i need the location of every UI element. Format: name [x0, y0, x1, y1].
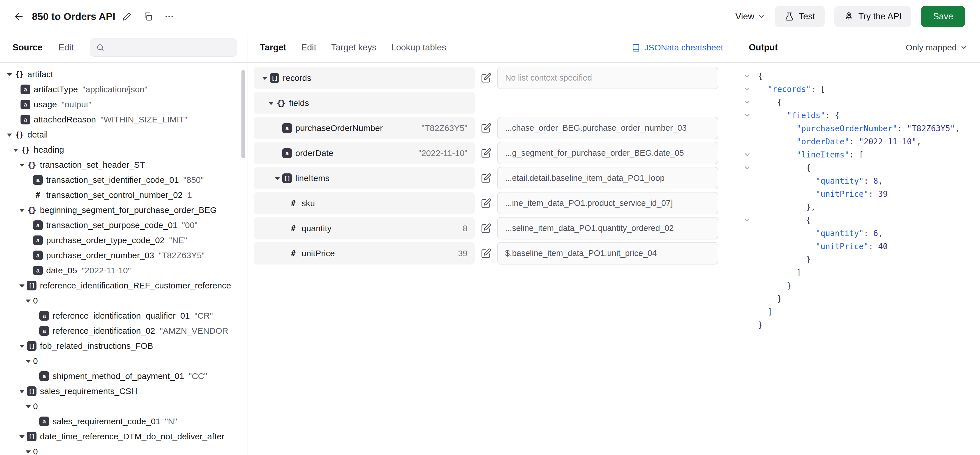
- chevron-down-icon[interactable]: [17, 434, 27, 439]
- json-collapse-toggle[interactable]: [743, 151, 758, 159]
- source-tree-row[interactable]: []fob_related_instructions_FOB: [5, 338, 247, 354]
- chevron-down-icon[interactable]: [17, 344, 27, 348]
- json-collapse-toggle[interactable]: [743, 216, 758, 224]
- edit-mapping-button[interactable]: [480, 122, 492, 134]
- edit-mapping-button[interactable]: [480, 198, 492, 209]
- tab-target-keys[interactable]: Target keys: [331, 43, 377, 53]
- json-code: {: [758, 71, 763, 81]
- back-button[interactable]: [13, 11, 24, 22]
- jsonata-expression-input[interactable]: ...ine_item_data_PO1.product_service_id_…: [497, 192, 718, 214]
- chevron-down-icon[interactable]: [11, 148, 21, 152]
- target-field-fields[interactable]: {}fields: [254, 92, 475, 114]
- json-line: {: [743, 161, 980, 174]
- source-tree-row[interactable]: apurchase_order_number_03"T82Z63Y5": [5, 248, 247, 263]
- tab-source[interactable]: Source: [13, 43, 43, 53]
- source-tree-row[interactable]: {}beginning_segment_for_purchase_order_B…: [5, 203, 247, 217]
- source-tree-row[interactable]: atransaction_set_identifier_code_01"850": [5, 172, 247, 187]
- chevron-down-icon[interactable]: [5, 133, 14, 137]
- chevron-down-icon[interactable]: [23, 299, 33, 303]
- json-code: "unitPrice": 40: [758, 242, 888, 251]
- source-tree-row[interactable]: 0: [5, 399, 247, 414]
- source-tree-row[interactable]: apurchase_order_type_code_02"NE": [5, 233, 247, 248]
- source-tree-row[interactable]: adate_05"2022-11-10": [5, 263, 247, 278]
- chevron-down-icon[interactable]: [260, 76, 270, 80]
- json-token: 6: [873, 228, 878, 238]
- target-field-records[interactable]: []records: [254, 67, 475, 89]
- json-collapse-toggle[interactable]: [743, 164, 758, 172]
- chevron-down-icon[interactable]: [266, 101, 276, 105]
- source-tree-row[interactable]: asales_requirement_code_01"N": [5, 414, 247, 429]
- target-field-purchaseOrderNumber[interactable]: apurchaseOrderNumber"T82Z63Y5": [254, 117, 475, 139]
- source-tree-row[interactable]: 0: [5, 444, 247, 455]
- source-tree-row[interactable]: ashipment_method_of_payment_01"CC": [5, 368, 247, 384]
- source-tree-row[interactable]: #transaction_set_control_number_021: [5, 187, 247, 203]
- edit-mapping-button[interactable]: [480, 72, 492, 84]
- chevron-down-icon[interactable]: [17, 163, 27, 167]
- edit-mapping-button[interactable]: [480, 147, 492, 159]
- source-tree-row[interactable]: atransaction_set_purpose_code_01"00": [5, 217, 247, 233]
- rename-button[interactable]: [122, 12, 132, 21]
- array-icon: []: [27, 341, 37, 351]
- source-tree-row[interactable]: {}artifact: [5, 67, 247, 82]
- source-tree-row[interactable]: 0: [5, 293, 247, 308]
- target-field-sku[interactable]: #sku: [254, 192, 475, 214]
- source-tree-row[interactable]: {}heading: [5, 142, 247, 157]
- source-scrollbar[interactable]: [242, 70, 245, 158]
- target-field-lineItems[interactable]: []lineItems: [254, 167, 475, 189]
- json-collapse-toggle[interactable]: [743, 111, 758, 119]
- copy-button[interactable]: [143, 12, 153, 21]
- target-field-unitPrice[interactable]: #unitPrice39: [254, 242, 475, 265]
- source-tree-row[interactable]: []date_time_reference_DTM_do_not_deliver…: [5, 429, 247, 444]
- chevron-down-icon[interactable]: [23, 404, 33, 408]
- target-field-quantity[interactable]: #quantity8: [254, 217, 475, 239]
- save-button[interactable]: Save: [921, 6, 965, 27]
- jsonata-expression-input[interactable]: ...etail.detail.baseline_item_data_PO1_l…: [497, 167, 718, 189]
- jsonata-expression-input[interactable]: ...seline_item_data_PO1.quantity_ordered…: [497, 217, 718, 239]
- json-collapse-toggle[interactable]: [743, 98, 758, 106]
- string-icon: a: [33, 175, 43, 185]
- source-tree-row[interactable]: ausage"output": [5, 97, 247, 112]
- source-tree-row[interactable]: {}transaction_set_header_ST: [5, 157, 247, 172]
- json-line: },: [743, 200, 980, 214]
- source-tree-row[interactable]: areference_identification_02"AMZN_VENDOR: [5, 323, 247, 338]
- edit-mapping-button[interactable]: [480, 248, 492, 259]
- chevron-down-icon[interactable]: [23, 450, 33, 453]
- jsonata-cheatsheet-link[interactable]: JSONata cheatsheet: [632, 43, 723, 52]
- source-tree-row[interactable]: aattachedReason"WITHIN_SIZE_LIMIT": [5, 112, 247, 127]
- chevron-down-icon[interactable]: [5, 72, 14, 76]
- more-menu-button[interactable]: [164, 11, 175, 22]
- tab-lookup-tables[interactable]: Lookup tables: [391, 43, 446, 53]
- chevron-down-icon[interactable]: [17, 284, 27, 288]
- jsonata-expression-input[interactable]: ...g_segment_for_purchase_order_BEG.date…: [497, 142, 718, 164]
- source-search[interactable]: [90, 38, 237, 57]
- view-dropdown[interactable]: View: [735, 11, 765, 22]
- source-tree-row[interactable]: []sales_requirements_CSH: [5, 384, 247, 399]
- source-tree-row[interactable]: aartifactType"application/json": [5, 82, 247, 97]
- string-icon: a: [282, 123, 292, 133]
- json-collapse-toggle[interactable]: [743, 85, 758, 93]
- json-code: "lineItems": [: [758, 150, 864, 159]
- tab-target-edit[interactable]: Edit: [301, 43, 316, 53]
- jsonata-expression-input[interactable]: No list context specified: [497, 67, 718, 89]
- chevron-down-icon[interactable]: [17, 208, 27, 212]
- chevron-down-icon[interactable]: [17, 389, 27, 393]
- jsonata-expression-input[interactable]: $.baseline_item_data_PO1.unit_price_04: [497, 242, 718, 265]
- json-token: ,: [878, 176, 883, 185]
- source-tree-row[interactable]: areference_identification_qualifier_01"C…: [5, 308, 247, 323]
- edit-mapping-button[interactable]: [480, 223, 492, 234]
- search-input[interactable]: [108, 43, 231, 52]
- edit-mapping-button[interactable]: [480, 173, 492, 184]
- target-field-orderDate[interactable]: aorderDate"2022-11-10": [254, 142, 475, 164]
- jsonata-expression-input[interactable]: ...chase_order_BEG.purchase_order_number…: [497, 117, 718, 139]
- source-tree-row[interactable]: []reference_identification_REF_customer_…: [5, 278, 247, 293]
- source-tree-row[interactable]: 0: [5, 354, 247, 368]
- test-button[interactable]: Test: [775, 6, 825, 27]
- tab-source-edit[interactable]: Edit: [59, 43, 73, 53]
- only-mapped-dropdown[interactable]: Only mapped: [906, 43, 967, 52]
- chevron-down-icon[interactable]: [272, 176, 282, 180]
- tab-target[interactable]: Target: [260, 43, 286, 53]
- chevron-down-icon[interactable]: [23, 359, 33, 363]
- source-tree-row[interactable]: {}detail: [5, 127, 247, 142]
- json-collapse-toggle[interactable]: [743, 72, 758, 80]
- try-api-button[interactable]: Try the API: [834, 6, 911, 27]
